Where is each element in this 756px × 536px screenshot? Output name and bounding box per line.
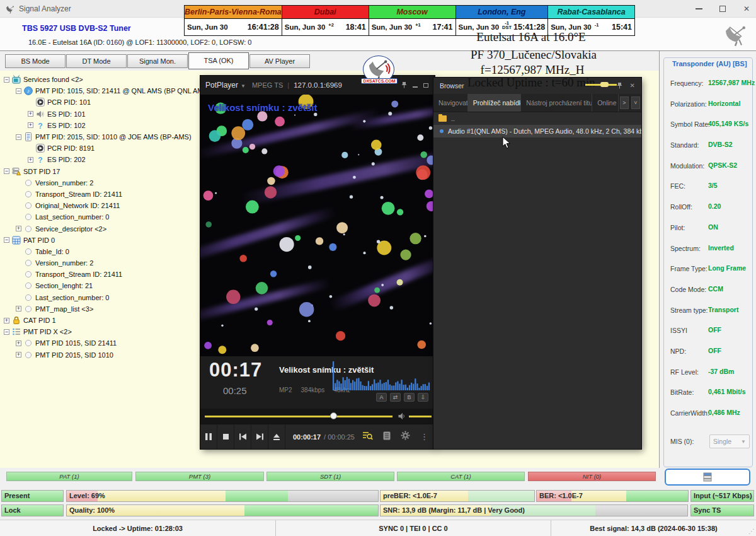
tab-av-player[interactable]: AV Player <box>249 54 310 68</box>
tree-item[interactable]: +Service_descriptor <2> <box>4 223 210 234</box>
tree-item[interactable]: Version_number: 2 <box>4 177 210 189</box>
browser-tab-2[interactable]: Prohlížeč nabídky <box>468 94 522 112</box>
loop-icon[interactable]: ⇄ <box>390 393 401 402</box>
tree-item[interactable]: Section_lenght: 21 <box>4 280 210 291</box>
potplayer-app-name[interactable]: PotPlayer <box>205 81 238 90</box>
tree-item[interactable]: Transport_Stream ID: 21411 <box>4 189 210 200</box>
expand-icon[interactable]: + <box>28 111 33 117</box>
tab-dt-mode[interactable]: DT Mode <box>66 54 127 68</box>
tree-item[interactable]: −♪PMT PID: 1015, SID: 21411 @ QNL AMS (B… <box>4 85 210 96</box>
eject-button[interactable] <box>268 424 285 449</box>
tabs-scroll-right-icon[interactable]: > <box>620 96 629 109</box>
browser-title: Browser <box>440 82 464 90</box>
collapse-icon[interactable]: − <box>16 88 21 94</box>
tree-item[interactable]: −SDT PID 17 <box>4 166 210 177</box>
close-button[interactable]: ✕ <box>736 0 756 18</box>
tree-item[interactable]: Transport_Stream ID: 21411 <box>4 269 210 280</box>
pin-icon[interactable] <box>617 82 622 90</box>
tree-item[interactable]: PCR PID: 8191 <box>4 143 210 154</box>
expand-icon[interactable]: + <box>28 122 33 128</box>
expand-icon[interactable]: + <box>28 157 33 163</box>
tree-item[interactable]: Last_section_number: 0 <box>4 211 210 223</box>
stop-button[interactable] <box>217 424 234 449</box>
collapse-icon[interactable]: − <box>4 77 9 83</box>
tree-item[interactable]: +PMT PID 1015, SID 21411 <box>4 337 210 349</box>
collapse-icon[interactable]: − <box>4 237 9 243</box>
tree-item[interactable]: +ES PID: 101 <box>4 108 210 120</box>
tree-item[interactable]: +?ES PID: 102 <box>4 120 210 131</box>
transponder-label: Stream type: <box>670 306 708 314</box>
expand-icon[interactable]: + <box>4 318 9 323</box>
mis-select[interactable]: Single ▼ <box>709 434 750 448</box>
seek-bar[interactable] <box>205 416 392 417</box>
pause-button[interactable] <box>200 424 217 449</box>
browser-tab-3[interactable]: Nástroj procházení titulků <box>521 94 592 112</box>
tree-item[interactable]: +?ES PID: 202 <box>4 154 210 165</box>
seek-handle[interactable] <box>330 412 337 419</box>
tree-item[interactable]: Table_Id: 0 <box>4 246 210 257</box>
pid-table-nit: NIT (0) <box>528 472 656 481</box>
tree-item-label: CAT PID 1 <box>23 317 56 324</box>
potplayer-titlebar[interactable]: PotPlayer ▼ MPEG TS | 127.0.0.1:6969 <box>200 76 435 95</box>
tabs-more-icon[interactable]: ˅ <box>631 96 640 109</box>
playlist-search-icon[interactable] <box>362 431 373 443</box>
next-button[interactable] <box>251 424 268 449</box>
tree-item-label: PMT PID: 1015, SID: 21411 @ QNL AMS (BP … <box>35 87 210 95</box>
tab-signal-mon-[interactable]: Signal Mon. <box>127 54 188 68</box>
tree-item[interactable]: −Services found <2> <box>4 74 210 85</box>
tree-item[interactable]: PCR PID: 101 <box>4 96 210 108</box>
transponder-label: Frame Type: <box>670 265 707 272</box>
tree-item[interactable]: Original_Network ID: 21411 <box>4 200 210 211</box>
collapse-icon[interactable]: − <box>4 168 9 174</box>
more-options-icon[interactable]: ⋮ <box>420 432 428 441</box>
volume-bar[interactable] <box>409 416 432 417</box>
expand-icon[interactable]: + <box>16 226 21 231</box>
tree-item[interactable]: Last_section_number: 0 <box>4 292 210 303</box>
browser-tab-4[interactable]: Online <box>592 94 619 112</box>
close-icon[interactable]: ✕ <box>630 82 635 90</box>
ts-details-button[interactable] <box>665 469 750 486</box>
tv-icon <box>12 75 21 84</box>
pin-icon[interactable] <box>401 81 407 90</box>
collapse-icon[interactable]: − <box>4 329 9 335</box>
transponder-label: Code Mode: <box>670 286 706 293</box>
tab-bs-mode[interactable]: BS Mode <box>5 54 66 68</box>
expand-icon[interactable]: + <box>16 352 21 358</box>
playlist-icon[interactable] <box>383 431 391 443</box>
volume-icon[interactable] <box>398 412 406 423</box>
maximize-icon[interactable] <box>423 82 428 89</box>
meter-ber: BER: <1.0E-7 <box>536 490 689 502</box>
transponder-value: Horizontal <box>708 100 740 107</box>
tree-item[interactable]: Version_number: 2 <box>4 257 210 269</box>
ab-repeat-a-button[interactable]: A <box>376 393 387 402</box>
previous-button[interactable] <box>234 424 251 449</box>
minimize-icon[interactable] <box>413 82 418 89</box>
tree-item[interactable]: +CAT PID 1 <box>4 315 210 326</box>
tree-item[interactable]: −PMT PID: 2015, SID: 1010 @ JOE AMS (BP-… <box>4 131 210 143</box>
ab-repeat-b-button[interactable]: B <box>404 393 415 402</box>
video-area[interactable]: Velikost snímku : zvětšit <box>200 95 435 356</box>
clock-utc-offset: -1DST <box>502 21 512 30</box>
expand-icon[interactable]: + <box>16 341 21 346</box>
tree-item[interactable]: +PMT_map_list <3> <box>4 303 210 315</box>
tree-item[interactable]: +PMT PID 2015, SID 1010 <box>4 349 210 361</box>
transponder-row: CarrierWidth:0,486 MHz <box>664 404 752 425</box>
capture-icon[interactable]: ⇩ <box>418 393 428 402</box>
meter-label: SNR: 13,9 dB (Margin: 11,7 dB | Very Goo… <box>383 505 525 516</box>
collapse-icon[interactable]: − <box>16 134 21 140</box>
expand-icon[interactable]: + <box>16 306 21 312</box>
leaf-icon <box>24 224 33 233</box>
resize-grip[interactable]: ⋰ <box>748 528 755 535</box>
settings-gear-icon[interactable] <box>401 431 410 443</box>
pcr-icon <box>36 98 45 107</box>
clock-city: Moscow <box>369 6 455 19</box>
browser-tab-1[interactable]: Navigovat <box>433 94 468 112</box>
tree-item[interactable]: −PAT PID 0 <box>4 235 210 246</box>
tree-item[interactable]: −PMT PID X <2> <box>4 326 210 337</box>
minimize-button[interactable] <box>688 0 709 18</box>
maximize-button[interactable] <box>712 0 733 18</box>
audio-track-item[interactable]: Audio #1(QNL AMS) - Dutch, MPEG Audio, 4… <box>433 125 641 137</box>
parent-directory-row[interactable]: .. <box>433 112 641 125</box>
leaf-icon <box>24 213 33 221</box>
tab-tsa-ok-[interactable]: TSA (OK) <box>188 52 249 69</box>
